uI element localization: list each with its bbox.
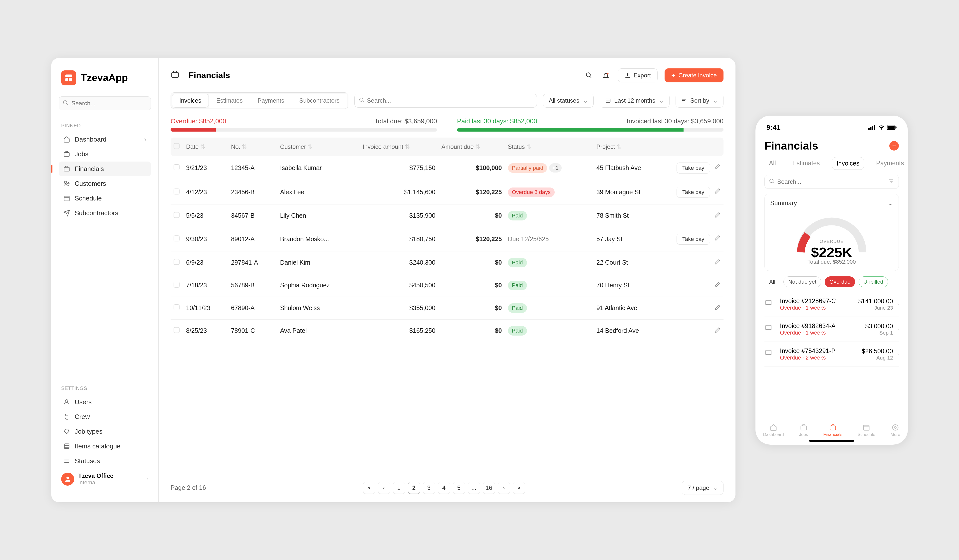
table-row: 9/30/2389012-ABrandon Mosko...$180,750$1… [170,227,723,251]
notifications-button[interactable] [601,70,611,80]
sidebar-item-crew[interactable]: Crew [59,409,151,424]
page-next[interactable]: › [498,482,510,494]
per-page-dropdown[interactable]: 7 / page⌄ [682,481,723,495]
page-...[interactable]: ... [468,482,480,494]
mobile-summary-toggle[interactable]: Summary ⌄ [770,199,893,207]
column-header[interactable]: Amount due⇅ [438,138,505,156]
row-checkbox[interactable] [174,259,180,265]
edit-icon[interactable] [715,282,720,289]
nav-icon [63,165,70,172]
sidebar-item-financials[interactable]: Financials [59,162,151,176]
page-2[interactable]: 2 [408,482,420,494]
sidebar-item-items-catalogue[interactable]: Items catalogue [59,439,151,453]
row-checkbox[interactable] [174,327,180,333]
column-header[interactable]: Invoice amount⇅ [360,138,438,156]
sidebar-item-customers[interactable]: Customers [59,176,151,191]
filter-chip-unbilled[interactable]: Unbilled [859,276,888,287]
nav-icon [63,195,70,202]
mobile-tab-estimates[interactable]: Estimates [788,157,824,170]
tab-invoices[interactable]: Invoices [172,94,209,108]
column-header[interactable]: Customer⇅ [277,138,359,156]
edit-icon[interactable] [715,235,720,242]
column-header[interactable]: No.⇅ [228,138,277,156]
mobile-tab-payments[interactable]: Payments [871,157,908,170]
page-3[interactable]: 3 [423,482,435,494]
mobile-tab-all[interactable]: All [765,157,781,170]
create-invoice-button[interactable]: +Create invoice [664,68,723,83]
row-checkbox[interactable] [174,164,180,170]
select-all-checkbox[interactable] [174,143,180,149]
overdue-progress [170,128,437,132]
row-checkbox[interactable] [174,235,180,242]
sidebar-item-users[interactable]: Users [59,395,151,409]
page-16[interactable]: 16 [483,482,495,494]
tab-payments[interactable]: Payments [250,94,292,108]
export-button[interactable]: Export [618,68,658,83]
mobile-nav-more[interactable]: More [890,424,900,437]
page-1[interactable]: 1 [393,482,405,494]
svg-line-38 [773,182,774,183]
column-header[interactable]: Status⇅ [505,138,594,156]
sidebar-item-jobs[interactable]: Jobs [59,147,151,162]
tab-subcontractors[interactable]: Subcontractors [292,94,347,108]
account-switcher[interactable]: Tzeva Office Internal › [59,468,151,490]
take-pay-button[interactable]: Take pay [677,234,710,245]
sidebar-item-schedule[interactable]: Schedule [59,191,151,206]
page-4[interactable]: 4 [438,482,450,494]
edit-icon[interactable] [715,164,720,171]
page-prev[interactable]: ‹ [378,482,390,494]
row-checkbox[interactable] [174,282,180,288]
search-button[interactable] [584,70,594,80]
total-due-label: Total due: $3,659,000 [374,117,437,125]
date-filter-dropdown[interactable]: Last 12 months⌄ [600,94,669,108]
mobile-nav-jobs[interactable]: Jobs [799,424,808,437]
mobile-nav-financials[interactable]: Financials [823,424,843,437]
filter-chip-all[interactable]: All [765,276,780,287]
svg-line-4 [67,103,68,105]
chevron-right-icon: › [898,302,899,306]
page-last[interactable]: » [513,482,525,494]
filter-search-input[interactable] [354,94,537,108]
column-header[interactable]: Project⇅ [593,138,669,156]
filter-chip-not-due-yet[interactable]: Not due yet [784,276,821,287]
svg-point-3 [64,100,67,104]
edit-icon[interactable] [715,259,720,266]
tab-estimates[interactable]: Estimates [209,94,250,108]
svg-rect-9 [64,196,69,201]
invoice-list-item[interactable]: Invoice #2128697-COverdue · 1 weeks$141,… [765,292,899,317]
sort-icon: ⇅ [405,143,410,150]
page-5[interactable]: 5 [453,482,465,494]
page-first[interactable]: « [363,482,375,494]
nav-icon [63,443,70,450]
mobile-add-button[interactable]: + [889,141,899,151]
row-checkbox[interactable] [174,304,180,310]
svg-point-22 [607,73,609,75]
take-pay-button[interactable]: Take pay [677,162,710,173]
edit-icon[interactable] [715,212,720,219]
edit-icon[interactable] [715,305,720,312]
sidebar-item-job-types[interactable]: Job types [59,424,151,439]
row-checkbox[interactable] [174,212,180,218]
financial-tabs: InvoicesEstimatesPaymentsSubcontractors [170,92,348,109]
mobile-nav-schedule[interactable]: Schedule [858,424,875,437]
edit-icon[interactable] [715,188,720,195]
mobile-nav-dashboard[interactable]: Dashboard [763,424,784,437]
filter-icon[interactable] [888,178,894,185]
take-pay-button[interactable]: Take pay [677,187,710,198]
column-header[interactable]: Date⇅ [183,138,228,156]
sidebar-item-subcontractors[interactable]: Subcontractors [59,206,151,220]
filter-chip-overdue[interactable]: Overdue [825,276,855,287]
edit-icon[interactable] [715,327,720,334]
sidebar-search-input[interactable] [59,96,151,110]
status-filter-dropdown[interactable]: All statuses⌄ [543,94,594,108]
sidebar-item-dashboard[interactable]: Dashboard› [59,132,151,147]
row-checkbox[interactable] [174,188,180,194]
invoice-list-item[interactable]: Invoice #9182634-AOverdue · 1 weeks$3,00… [765,317,899,342]
invoice-list-item[interactable]: Invoice #7543291-POverdue · 2 weeks$26,5… [765,342,899,367]
sort-dropdown[interactable]: Sort by⌄ [675,94,723,108]
mobile-tab-invoices[interactable]: Invoices [832,157,864,170]
mobile-search-input[interactable] [765,175,899,189]
sidebar-item-statuses[interactable]: Statuses [59,453,151,468]
nav-icon [63,210,70,216]
svg-point-18 [67,477,69,479]
